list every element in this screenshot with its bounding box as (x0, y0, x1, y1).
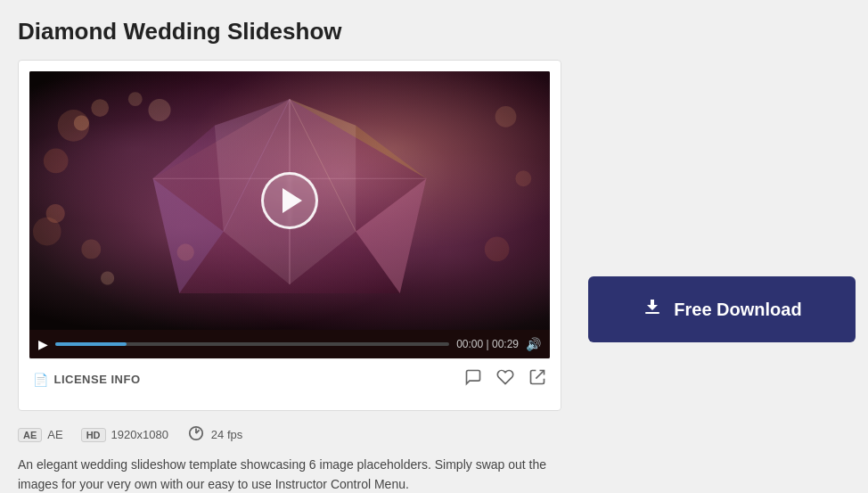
share-icon[interactable] (528, 368, 546, 390)
page-wrapper: Diamond Wedding Slideshow (0, 0, 868, 493)
hd-badge: HD (81, 428, 106, 442)
svg-point-15 (81, 240, 101, 259)
download-icon (642, 296, 663, 323)
svg-point-18 (485, 237, 510, 262)
video-actions: 📄 LICENSE INFO (29, 358, 550, 399)
progress-fill (55, 342, 127, 346)
svg-point-16 (495, 106, 517, 127)
software-meta: AE AE (18, 428, 63, 442)
video-container: ▶ 00:00 | 00:29 🔊 📄 LICENSE INFO (18, 60, 561, 411)
play-button[interactable] (261, 172, 318, 229)
license-info-label: LICENSE INFO (54, 373, 141, 386)
meta-row: AE AE HD 1920x1080 24 fps (18, 425, 561, 444)
video-controls: ▶ 00:00 | 00:29 🔊 (29, 330, 550, 358)
svg-marker-2 (153, 99, 290, 178)
fps-label: 24 fps (211, 428, 242, 441)
play-triangle-icon (283, 188, 302, 213)
page-title: Diamond Wedding Slideshow (18, 18, 561, 45)
license-file-icon: 📄 (33, 373, 49, 387)
license-info-button[interactable]: 📄 LICENSE INFO (33, 373, 450, 387)
left-column: Diamond Wedding Slideshow (18, 18, 561, 493)
play-small-button[interactable]: ▶ (38, 337, 48, 351)
resolution-label: 1920x1080 (111, 428, 168, 441)
svg-rect-20 (645, 312, 659, 314)
free-download-button[interactable]: Free Download (588, 276, 856, 342)
fps-meta: 24 fps (186, 425, 242, 444)
svg-point-11 (91, 99, 109, 117)
video-player: ▶ 00:00 | 00:29 🔊 (29, 71, 550, 358)
comment-icon[interactable] (464, 368, 482, 390)
download-label: Free Download (674, 300, 801, 320)
svg-point-17 (515, 170, 531, 186)
software-label: AE (47, 428, 62, 441)
svg-marker-3 (356, 178, 426, 293)
action-icons (464, 368, 546, 390)
time-display: 00:00 | 00:29 (456, 338, 519, 350)
video-thumbnail[interactable] (29, 71, 550, 330)
fps-icon (186, 425, 206, 444)
ae-badge: AE (18, 428, 42, 442)
svg-marker-4 (153, 178, 224, 293)
progress-bar[interactable] (55, 342, 449, 346)
svg-point-10 (58, 110, 90, 142)
heart-icon[interactable] (496, 368, 514, 390)
volume-icon[interactable]: 🔊 (526, 337, 541, 351)
right-column: Free Download (588, 18, 856, 493)
resolution-meta: HD 1920x1080 (81, 428, 168, 442)
svg-point-13 (128, 92, 143, 106)
svg-point-12 (44, 149, 69, 174)
svg-marker-1 (290, 99, 426, 178)
description-text: An elegant wedding slideshow template sh… (18, 455, 561, 493)
svg-point-14 (33, 218, 61, 246)
